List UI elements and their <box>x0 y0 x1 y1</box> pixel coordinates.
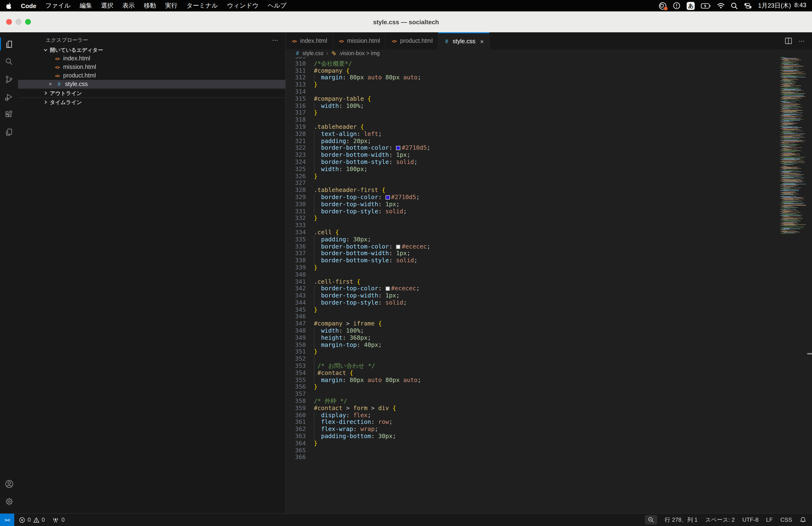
code-line[interactable]: 344 border-top-style: solid; <box>286 299 812 307</box>
code-line[interactable]: 361 flex-direction: row; <box>286 419 812 426</box>
eol-sequence[interactable]: LF <box>766 516 773 523</box>
cursor-position[interactable]: 行 278、列 1 <box>665 516 698 524</box>
code-line[interactable]: 346 <box>286 313 812 321</box>
close-window-button[interactable] <box>6 19 12 25</box>
code-line[interactable]: 328.tableheader-first { <box>286 187 812 194</box>
spotlight-search-icon[interactable] <box>731 2 738 9</box>
wifi-icon[interactable] <box>717 3 725 9</box>
explorer-more-actions-icon[interactable]: ⋯ <box>272 36 279 43</box>
menu-item[interactable]: ターミナル <box>186 1 218 10</box>
menu-item[interactable]: ファイル <box>45 1 71 10</box>
code-line[interactable]: 330 border-top-width: 1px; <box>286 201 812 208</box>
open-editor-item[interactable]: <>product.html <box>18 71 285 80</box>
code-line[interactable]: 357 <box>286 391 812 398</box>
menu-app-name[interactable]: Code <box>21 2 36 9</box>
open-editors-section[interactable]: 開いているエディター <box>18 46 285 54</box>
minimize-window-button[interactable] <box>16 19 21 25</box>
code-line[interactable]: 319.tableheader { <box>286 124 812 131</box>
split-editor-icon[interactable] <box>785 38 792 44</box>
problems-status[interactable]: 0 0 <box>19 516 45 523</box>
code-line[interactable]: 314 <box>286 88 812 96</box>
close-editor-icon[interactable]: × <box>47 81 53 87</box>
code-line[interactable]: 337 border-bottom-width: 1px; <box>286 250 812 257</box>
zoom-out-status-icon[interactable] <box>644 515 657 525</box>
code-line[interactable]: 331 border-top-style: solid; <box>286 208 812 215</box>
tab-style.css[interactable]: #style.css× <box>438 32 489 49</box>
code-line[interactable]: 345} <box>286 306 812 313</box>
tab-mission.html[interactable]: <>mission.html <box>333 32 386 49</box>
color-swatch[interactable] <box>396 146 400 151</box>
activity-run-debug-icon[interactable] <box>0 88 18 105</box>
code-line[interactable]: 366 <box>286 454 812 461</box>
code-line[interactable]: 351} <box>286 349 812 356</box>
menu-item[interactable]: 選択 <box>101 1 113 10</box>
code-line[interactable]: 318 <box>286 116 812 124</box>
code-line[interactable]: 362 flex-wrap: wrap; <box>286 426 812 433</box>
code-line[interactable]: 315#company-table { <box>286 96 812 103</box>
minimap[interactable] <box>780 57 806 235</box>
breadcrumb-file[interactable]: # style.css <box>294 51 323 56</box>
breadcrumb-symbol[interactable]: .vision-box > img <box>331 51 380 56</box>
code-line[interactable]: 363 padding-bottom: 30px; <box>286 433 812 440</box>
code-line[interactable]: 340 <box>286 271 812 278</box>
activity-search-icon[interactable] <box>0 53 18 70</box>
code-line[interactable]: 336 border-bottom-color: #ececec; <box>286 243 812 250</box>
code-line[interactable]: 347#company > iframe { <box>286 321 812 328</box>
code-line[interactable]: 325 width: 100px; <box>286 166 812 173</box>
remote-indicator[interactable]: >< <box>0 514 14 526</box>
tab-product.html[interactable]: <>product.html <box>386 32 438 49</box>
code-line[interactable]: 343 border-top-width: 1px; <box>286 292 812 299</box>
code-line[interactable]: 323 border-bottom-width: 1px; <box>286 152 812 159</box>
sidebar-section-タイムライン[interactable]: タイムライン <box>18 98 285 106</box>
code-line[interactable]: 349 height: 368px; <box>286 335 812 342</box>
code-line[interactable]: 332} <box>286 215 812 222</box>
code-line[interactable]: 339} <box>286 264 812 271</box>
code-line[interactable]: 311#company { <box>286 67 812 74</box>
code-line[interactable]: 359#contact > form > div { <box>286 405 812 412</box>
code-line[interactable]: 350 margin-top: 40px; <box>286 341 812 349</box>
code-line[interactable]: 313} <box>286 81 812 88</box>
code-line[interactable]: 353 /* お問い合わせ */ <box>286 362 812 370</box>
sync-alert-icon[interactable] <box>673 2 681 10</box>
settings-gear-icon[interactable] <box>0 493 18 510</box>
battery-charging-icon[interactable] <box>701 3 711 8</box>
code-line[interactable]: 324 border-bottom-style: solid; <box>286 159 812 166</box>
code-line[interactable]: 358/* 外枠 */ <box>286 398 812 405</box>
control-center-icon[interactable] <box>744 3 752 9</box>
ports-status[interactable]: 0 <box>53 516 64 523</box>
account-icon[interactable] <box>0 475 18 493</box>
menu-item[interactable]: ヘルプ <box>267 1 287 10</box>
notifications-bell-icon[interactable] <box>800 516 806 523</box>
activity-explorer-icon[interactable] <box>0 35 18 53</box>
activity-extensions-icon[interactable] <box>0 105 18 123</box>
code-line[interactable]: 310/*会社概要*/ <box>286 60 812 68</box>
code-line[interactable]: 365 <box>286 447 812 454</box>
code-editor[interactable]: 309310/*会社概要*/311#company {312 margin: 8… <box>286 57 812 513</box>
code-line[interactable]: 348 width: 100%; <box>286 327 812 335</box>
code-line[interactable]: 333 <box>286 222 812 229</box>
code-line[interactable]: 329 border-top-color: #2710d5; <box>286 194 812 201</box>
tab-index.html[interactable]: <>index.html <box>286 32 333 49</box>
code-line[interactable]: 341.cell-first { <box>286 278 812 285</box>
code-line[interactable]: 312 margin: 80px auto 80px auto; <box>286 74 812 82</box>
menu-item[interactable]: 実行 <box>165 1 177 10</box>
code-line[interactable]: 335 padding: 30px; <box>286 236 812 243</box>
apple-menu-icon[interactable] <box>6 2 12 9</box>
close-tab-icon[interactable]: × <box>480 38 484 45</box>
code-line[interactable]: 320 text-align: left; <box>286 131 812 138</box>
menu-item[interactable]: 表示 <box>122 1 135 10</box>
input-method-icon[interactable]: あ <box>687 2 695 10</box>
indentation[interactable]: スペース: 2 <box>705 516 735 524</box>
app-badge-icon[interactable] <box>659 2 667 10</box>
code-line[interactable]: 326} <box>286 173 812 180</box>
language-mode[interactable]: CSS <box>780 516 792 523</box>
code-line[interactable]: 354 #contact { <box>286 370 812 377</box>
color-swatch[interactable] <box>385 195 390 200</box>
code-line[interactable]: 338 border-bottom-style: solid; <box>286 257 812 264</box>
activity-documents-icon[interactable] <box>0 123 18 141</box>
open-editor-item[interactable]: <>index.html <box>18 54 285 63</box>
sidebar-section-アウトライン[interactable]: アウトライン <box>18 89 285 97</box>
code-line[interactable]: 352 <box>286 356 812 363</box>
menu-item[interactable]: 移動 <box>144 1 156 10</box>
open-editor-item[interactable]: ×#style.css <box>18 80 285 88</box>
